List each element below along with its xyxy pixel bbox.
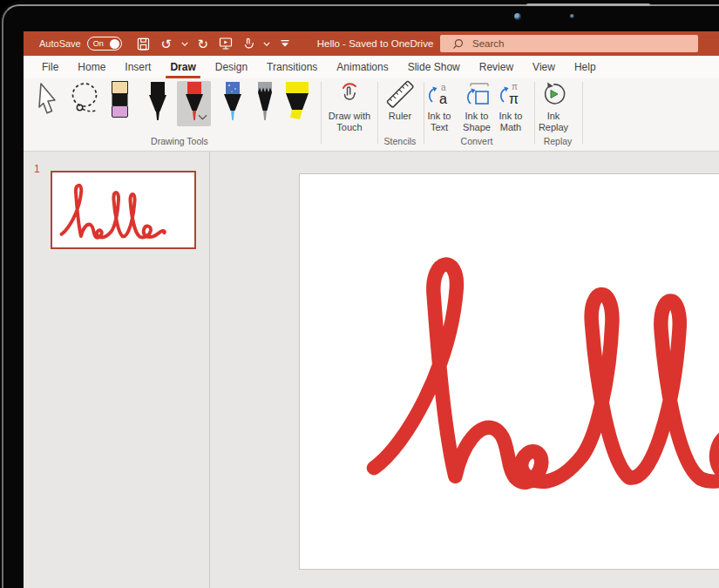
ink-drawing-hello [355, 221, 719, 509]
tab-home[interactable]: Home [68, 56, 115, 78]
slide-canvas[interactable] [299, 173, 719, 570]
black-pen-icon [145, 82, 171, 122]
group-separator [582, 82, 583, 144]
redo-icon[interactable]: ↻ [193, 34, 213, 53]
search-input[interactable]: Search [440, 35, 698, 52]
search-placeholder: Search [472, 38, 504, 49]
ink-replay-button[interactable]: Ink Replay [532, 80, 574, 133]
ruler-label: Ruler [389, 111, 411, 122]
slide-thumbnail[interactable] [51, 171, 196, 249]
select-arrow-icon [36, 82, 60, 117]
ink-to-shape-icon [463, 80, 491, 108]
undo-dropdown-icon[interactable] [180, 34, 190, 53]
tab-design[interactable]: Design [206, 56, 257, 78]
device-side-button [526, 3, 650, 6]
black-pen-tool[interactable] [145, 82, 171, 122]
eraser-tool[interactable] [112, 81, 128, 118]
lasso-select-tool[interactable] [69, 82, 100, 118]
svg-text:a: a [439, 91, 447, 106]
autosave-state: On [93, 39, 104, 48]
thumbnail-ink-drawing [57, 175, 189, 244]
group-separator [321, 82, 322, 144]
tablet-device-frame: AutoSave On ↺ ↻ [0, 0, 719, 588]
slide-thumbnail-panel: 1 [24, 152, 209, 588]
replay-group-label: Replay [534, 136, 581, 146]
ruler-icon [386, 80, 414, 108]
galaxy-pen-icon [220, 82, 246, 122]
convert-group-label: Convert [424, 136, 530, 146]
document-title: Hello - Saved to OneDrive [317, 38, 434, 49]
drawing-tools-group-label: Drawing Tools [35, 136, 324, 146]
svg-text:π: π [512, 82, 518, 91]
slide-canvas-area [210, 152, 719, 588]
yellow-highlighter-icon [281, 82, 313, 121]
tab-help[interactable]: Help [565, 56, 606, 78]
ink-to-math-icon: π π [498, 80, 524, 108]
stencils-group-label: Stencils [379, 136, 421, 146]
draw-with-touch-button[interactable]: Draw with Touch [324, 80, 375, 133]
ribbon: Drawing Tools Draw with Touch [24, 78, 719, 152]
title-bar: AutoSave On ↺ ↻ [24, 31, 719, 56]
ambient-sensor [570, 14, 574, 18]
toggle-knob-icon [110, 39, 119, 49]
start-slideshow-icon[interactable] [216, 34, 235, 53]
pencil-icon [252, 82, 278, 122]
svg-text:π: π [509, 91, 519, 106]
tab-review[interactable]: Review [470, 56, 523, 78]
draw-with-touch-icon [336, 80, 363, 108]
draw-with-touch-label: Draw with Touch [325, 111, 374, 133]
tab-insert[interactable]: Insert [115, 56, 160, 78]
tab-animations[interactable]: Animations [327, 56, 397, 78]
ink-to-text-button[interactable]: a a Ink to Text [420, 80, 458, 133]
quick-access-toolbar: ↺ ↻ [134, 34, 295, 53]
lasso-select-icon [69, 82, 100, 118]
tab-draw[interactable]: Draw [160, 56, 205, 78]
undo-icon[interactable]: ↺ [157, 34, 176, 53]
front-camera [514, 13, 521, 20]
ink-to-math-button[interactable]: π π Ink to Math [492, 80, 530, 133]
customize-quick-access-icon[interactable] [275, 34, 295, 53]
tab-slide-show[interactable]: Slide Show [398, 56, 470, 78]
ink-to-math-label: Ink to Math [493, 111, 528, 133]
ink-to-shape-label: Ink to Shape [458, 111, 496, 133]
tab-file[interactable]: File [32, 56, 68, 78]
touch-mode-icon[interactable] [239, 34, 258, 53]
galaxy-pen-tool[interactable] [220, 82, 246, 122]
yellow-highlighter-tool[interactable] [281, 82, 313, 121]
select-tool[interactable] [35, 82, 61, 117]
ink-replay-label: Ink Replay [534, 111, 573, 133]
ruler-button[interactable]: Ruler [381, 80, 419, 122]
autosave-switch[interactable]: On [87, 37, 122, 51]
eraser-icon [112, 81, 128, 118]
save-icon[interactable] [134, 34, 153, 53]
ink-replay-icon [540, 80, 566, 108]
search-icon [452, 38, 464, 50]
red-pen-icon [181, 82, 207, 122]
document-title-dropdown[interactable]: Hello - Saved to OneDrive [317, 38, 461, 49]
touch-mode-dropdown-icon[interactable] [261, 34, 272, 53]
ink-to-text-label: Ink to Text [422, 111, 457, 133]
slide-number: 1 [34, 163, 40, 175]
tab-transitions[interactable]: Transitions [257, 56, 327, 78]
workspace: 1 [24, 152, 719, 588]
autosave-toggle[interactable]: AutoSave On [39, 37, 122, 51]
red-pen-tool[interactable] [181, 82, 207, 122]
autosave-label: AutoSave [39, 38, 81, 49]
powerpoint-window: AutoSave On ↺ ↻ [24, 31, 719, 588]
group-separator [377, 82, 378, 144]
tab-view[interactable]: View [523, 56, 565, 78]
ink-to-text-icon: a a [426, 80, 452, 108]
pencil-tool[interactable] [252, 82, 278, 122]
ribbon-tab-row: File Home Insert Draw Design Transitions… [24, 56, 719, 78]
